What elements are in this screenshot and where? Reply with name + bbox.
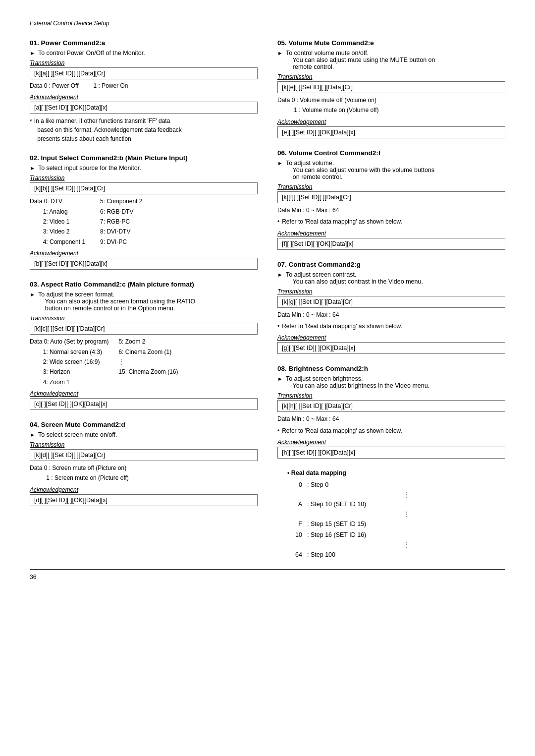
section-08-ack-code: [h][ ][Set ID][ ][OK][Data][x]	[277, 447, 505, 459]
section-08: 08. Brightness Command2:h ► To adjust sc…	[277, 365, 505, 459]
arrow-icon-06: ►	[277, 160, 283, 166]
arrow-icon-05: ►	[277, 50, 283, 56]
star-icon: *	[30, 117, 32, 143]
section-03-title: 03. Aspect Ratio Command2:c (Main pictur…	[30, 281, 258, 288]
section-08-title: 08. Brightness Command2:h	[277, 365, 505, 372]
section-04-desc: To select screen mute on/off.	[38, 431, 117, 438]
section-02-transmission-code: [k][b][ ][Set ID][ ][Data][Cr]	[30, 182, 258, 194]
arrow-icon-03: ►	[30, 291, 35, 297]
section-07-bullet-text: Refer to 'Real data mapping' as shown be…	[282, 321, 402, 331]
section-08-bullet: • Refer to 'Real data mapping' as shown …	[277, 426, 505, 436]
map-row-64: 64 : Step 100	[287, 549, 505, 561]
section-03-ack-code: [c][ ][Set ID][ ][OK][Data][x]	[30, 398, 258, 410]
section-04-arrow: ► To select screen mute on/off.	[30, 431, 258, 438]
section-05-ack-code: [e][ ][Set ID][ ][OK][Data][x]	[277, 126, 505, 138]
section-01-data: Data 0 : Power Off 1 : Power On	[30, 81, 258, 91]
section-06-arrow: ► To adjust volume. You can also adjust …	[277, 160, 505, 180]
section-01-note: * In a like manner, if other functions t…	[30, 116, 258, 143]
section-04-title: 04. Screen Mute Command2:d	[30, 421, 258, 428]
section-02-ack-label: Acknowledgement	[30, 250, 258, 257]
section-07-bullet: • Refer to 'Real data mapping' as shown …	[277, 321, 505, 331]
section-01-title: 01. Power Command2:a	[30, 39, 258, 47]
section-03-transmission-label: Transmission	[30, 315, 258, 322]
section-08-ack-label: Acknowledgement	[277, 439, 505, 446]
section-08-desc: To adjust screen brightness. You can als…	[286, 375, 429, 389]
left-column: 01. Power Command2:a ► To control Power …	[30, 39, 258, 560]
section-03-desc: To adjust the screen format. You can als…	[38, 291, 195, 312]
section-02-desc: To select input source for the Monitor.	[38, 165, 141, 172]
real-data-mapping-table: 0 : Step 0 ⋮ A : Step 10 (SET ID 10) ⋮ F…	[287, 479, 505, 560]
section-07-arrow: ► To adjust screen contrast. You can als…	[277, 271, 505, 285]
section-04-ack-label: Acknowledgement	[30, 486, 258, 493]
data-01-row1-left: Data 0 : Power Off	[30, 81, 79, 91]
section-03-data: Data 0: Auto (Set by program) 1: Normal …	[30, 337, 258, 387]
section-07-ack-label: Acknowledgement	[277, 334, 505, 341]
right-column: 05. Volume Mute Command2:e ► To control …	[277, 39, 505, 560]
section-08-arrow: ► To adjust screen brightness. You can a…	[277, 375, 505, 389]
section-08-transmission-code: [k][h][ ][Set ID][ ][Data][Cr]	[277, 400, 505, 412]
section-08-data: Data Min : 0 ~ Max : 64 • Refer to 'Real…	[277, 414, 505, 436]
arrow-icon-02: ►	[30, 165, 35, 171]
section-01-arrow: ► To control Power On/Off of the Monitor…	[30, 50, 258, 57]
two-col-layout: 01. Power Command2:a ► To control Power …	[30, 39, 505, 560]
section-05-ack-label: Acknowledgement	[277, 118, 505, 125]
section-05-data: Data 0 : Volume mute off (Volume on) 1 :…	[277, 95, 505, 116]
section-02: 02. Input Select Command2:b (Main Pictur…	[30, 154, 258, 270]
section-07-transmission-label: Transmission	[277, 288, 505, 295]
map-row-a: A : Step 10 (SET ID 10)	[287, 499, 505, 510]
section-02-arrow: ► To select input source for the Monitor…	[30, 165, 258, 172]
data-03-right: 5: Zoom 2 6: Cinema Zoom (1) ⋮ 15: Cinem…	[118, 337, 183, 387]
section-02-transmission-label: Transmission	[30, 174, 258, 181]
real-data-mapping: • Real data mapping 0 : Step 0 ⋮ A : Ste…	[287, 469, 505, 560]
note-text: In a like manner, if other functions tra…	[34, 116, 182, 143]
section-02-title: 02. Input Select Command2:b (Main Pictur…	[30, 154, 258, 162]
section-07-data: Data Min : 0 ~ Max : 64 • Refer to 'Real…	[277, 310, 505, 332]
page: External Control Device Setup 01. Power …	[0, 0, 535, 600]
section-06-desc: To adjust volume. You can also adjust vo…	[286, 160, 434, 180]
section-07: 07. Contrast Command2:g ► To adjust scre…	[277, 261, 505, 354]
section-06-transmission-label: Transmission	[277, 183, 505, 190]
section-05-desc: To control volume mute on/off. You can a…	[286, 50, 435, 70]
footer: 36	[30, 569, 505, 581]
section-06: 06. Volume Control Command2:f ► To adjus…	[277, 149, 505, 250]
map-row-0: 0 : Step 0	[287, 479, 505, 491]
section-03-arrow: ► To adjust the screen format. You can a…	[30, 291, 258, 312]
section-06-bullet: • Refer to 'Real data mapping' as shown …	[277, 217, 505, 227]
section-03-transmission-code: [k][c][ ][Set ID][ ][Data][Cr]	[30, 323, 258, 335]
page-number: 36	[30, 574, 36, 581]
section-01-desc: To control Power On/Off of the Monitor.	[38, 50, 145, 57]
section-07-transmission-code: [k][g][ ][Set ID][ ][Data][Cr]	[277, 296, 505, 308]
map-ellipsis-1: ⋮	[307, 491, 505, 499]
map-row-f: F : Step 15 (SET ID 15)	[287, 519, 505, 530]
section-05-transmission-label: Transmission	[277, 73, 505, 80]
section-01-ack-label: Acknowledgement	[30, 94, 258, 101]
section-02-data: Data 0: DTV 1: Analog 2: Video 1 3: Vide…	[30, 196, 258, 247]
section-03: 03. Aspect Ratio Command2:c (Main pictur…	[30, 281, 258, 410]
arrow-icon-01: ►	[30, 50, 35, 56]
header: External Control Device Setup	[30, 20, 505, 30]
data-02-right: 5: Component 2 6: RGB-DTV 7: RGB-PC 8: D…	[100, 196, 142, 247]
section-04: 04. Screen Mute Command2:d ► To select s…	[30, 421, 258, 506]
data-02-left: Data 0: DTV 1: Analog 2: Video 1 3: Vide…	[30, 196, 85, 247]
data-03-left: Data 0: Auto (Set by program) 1: Normal …	[30, 337, 108, 387]
map-ellipsis-3: ⋮	[307, 541, 505, 549]
section-07-ack-code: [g][ ][Set ID][ ][OK][Data][x]	[277, 342, 505, 354]
header-title: External Control Device Setup	[30, 20, 109, 27]
data-01-row1-right: 1 : Power On	[94, 81, 128, 91]
section-04-transmission-label: Transmission	[30, 441, 258, 448]
arrow-icon-04: ►	[30, 432, 35, 438]
section-01-transmission-label: Transmission	[30, 59, 258, 66]
section-04-transmission-code: [k][d][ ][Set ID][ ][Data][Cr]	[30, 449, 258, 461]
section-06-ack-code: [f][ ][Set ID][ ][OK][Data][x]	[277, 238, 505, 250]
section-01-transmission-code: [k][a][ ][Set ID][ ][Data][Cr]	[30, 67, 258, 79]
section-03-ack-label: Acknowledgement	[30, 390, 258, 397]
section-05-transmission-code: [k][e][ ][Set ID][ ][Data][Cr]	[277, 81, 505, 93]
map-ellipsis-2: ⋮	[307, 510, 505, 519]
section-08-bullet-text: Refer to 'Real data mapping' as shown be…	[282, 426, 402, 436]
section-05-arrow: ► To control volume mute on/off. You can…	[277, 50, 505, 70]
arrow-icon-08: ►	[277, 376, 283, 382]
section-01: 01. Power Command2:a ► To control Power …	[30, 39, 258, 143]
section-01-ack-code: [a][ ][Set ID][ ][OK][Data][x]	[30, 102, 258, 114]
section-02-ack-code: [b][ ][Set ID][ ][OK][Data][x]	[30, 258, 258, 270]
section-07-desc: To adjust screen contrast. You can also …	[286, 271, 423, 285]
